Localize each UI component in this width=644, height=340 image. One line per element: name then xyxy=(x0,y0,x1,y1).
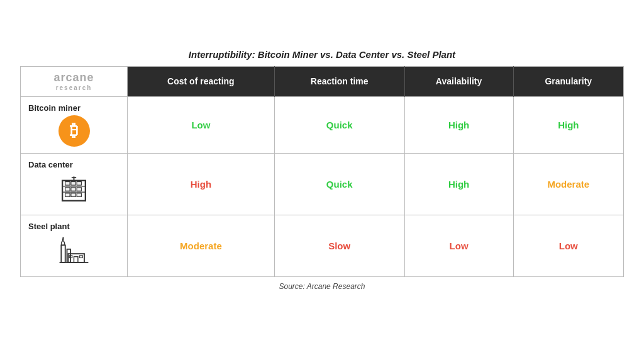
svg-rect-16 xyxy=(61,245,65,263)
cell-granularity-2: Low xyxy=(513,215,623,276)
svg-rect-10 xyxy=(71,193,75,197)
logo-sub: research xyxy=(28,84,119,91)
svg-rect-11 xyxy=(77,193,81,197)
chart-title: Interruptibility: Bitcoin Miner vs. Data… xyxy=(189,49,455,60)
cell-cost-0: Low xyxy=(128,96,275,153)
row-label-1: Data center xyxy=(21,153,128,215)
col-header-reaction: Reaction time xyxy=(274,67,404,97)
row-label-0: Bitcoin miner ₿ xyxy=(21,96,128,153)
svg-rect-18 xyxy=(74,257,78,263)
col-header-availability: Availability xyxy=(404,67,513,97)
table-row: Bitcoin miner ₿ Low Quick High High xyxy=(21,96,624,153)
svg-rect-9 xyxy=(65,193,70,197)
icon-container-2 xyxy=(28,234,119,270)
cell-granularity-1: Moderate xyxy=(513,153,623,215)
comparison-table: arcane research Cost of reacting Reactio… xyxy=(20,66,624,277)
logo-main: arcane xyxy=(28,72,119,84)
col-header-cost: Cost of reacting xyxy=(128,67,275,97)
datacenter-icon xyxy=(57,172,91,208)
source-text: Source: Arcane Research xyxy=(279,282,365,291)
cell-reaction-2: Slow xyxy=(274,215,404,276)
cell-granularity-0: High xyxy=(513,96,623,153)
cell-reaction-1: Quick xyxy=(274,153,404,215)
cell-availability-2: Low xyxy=(404,215,513,276)
steelplant-icon xyxy=(57,234,91,270)
svg-rect-6 xyxy=(65,188,70,191)
entity-name-2: Steel plant xyxy=(28,222,119,231)
cell-availability-1: High xyxy=(404,153,513,215)
entity-name-1: Data center xyxy=(28,160,119,169)
logo-cell: arcane research xyxy=(21,67,128,97)
cell-reaction-0: Quick xyxy=(274,96,404,153)
svg-rect-7 xyxy=(71,188,75,191)
table-row: Steel plant xyxy=(21,215,624,276)
row-label-2: Steel plant xyxy=(21,215,128,276)
svg-rect-4 xyxy=(71,181,75,185)
table-row: Data center xyxy=(21,153,624,215)
svg-rect-5 xyxy=(77,181,81,185)
bitcoin-icon: ₿ xyxy=(58,115,90,147)
icon-container-0: ₿ xyxy=(28,115,119,147)
cell-availability-0: High xyxy=(404,96,513,153)
cell-cost-1: High xyxy=(128,153,275,215)
svg-rect-20 xyxy=(80,256,83,258)
svg-rect-8 xyxy=(77,188,81,191)
svg-rect-3 xyxy=(65,181,70,185)
icon-container-1 xyxy=(28,172,119,208)
cell-cost-2: Moderate xyxy=(128,215,275,276)
col-header-granularity: Granularity xyxy=(513,67,623,97)
entity-name-0: Bitcoin miner xyxy=(28,103,119,113)
page-wrapper: Interruptibility: Bitcoin Miner vs. Data… xyxy=(20,49,624,291)
